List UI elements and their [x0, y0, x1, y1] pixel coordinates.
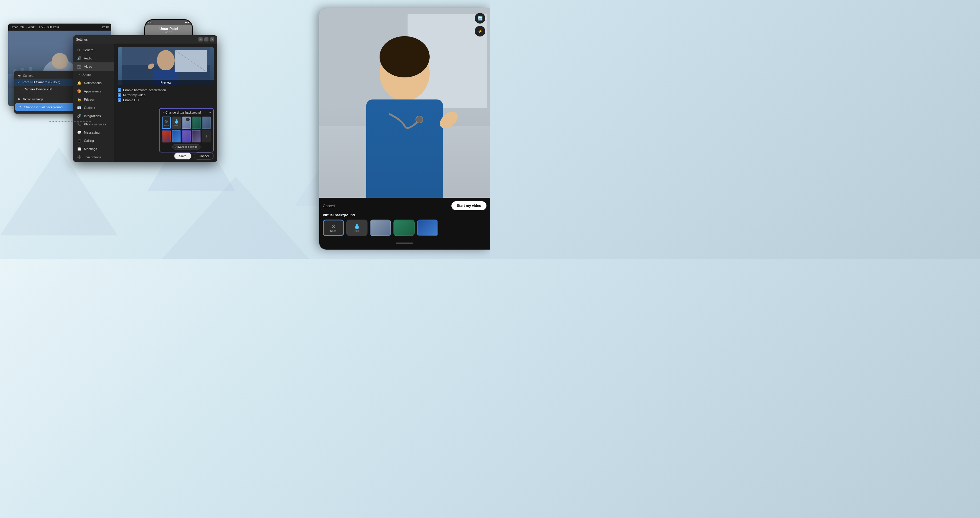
change-vbg-item[interactable]: ✦ Change virtual background	[15, 103, 78, 111]
vbg-bg-sports[interactable]	[162, 130, 171, 143]
video-options: ✓ Enable hardware acceleration ✓ Mirror …	[118, 88, 214, 102]
caller-info: Umar Patel 00:12	[145, 25, 192, 36]
start-video-button[interactable]: Start my video	[452, 201, 487, 210]
vbg-blur[interactable]: 💧 Blur	[172, 116, 181, 129]
none-sel-icon: ⊘	[331, 223, 336, 230]
vbg-panel: ✕ Change virtual background ▾ ⊘ None 💧 B…	[159, 108, 214, 153]
vbg-bg-beach[interactable]	[202, 116, 211, 129]
video-icon: 📷	[77, 64, 81, 68]
preview-label: Preview	[118, 80, 214, 85]
settings-titlebar: Settings ─ □ ✕	[73, 35, 217, 44]
vbg-icon: ✦	[19, 105, 22, 109]
hw-accel-checkbox[interactable]: ✓	[118, 88, 121, 92]
notifications-icon: 🔔	[77, 81, 81, 85]
maximize-button[interactable]: □	[204, 37, 208, 41]
advanced-settings-button[interactable]: Advanced settings	[172, 144, 200, 149]
settings-body: ⚙ General 🔊 Audio 📷 Video ↗ Share 🔔	[73, 44, 217, 162]
vbg-sel-bg-sky[interactable]	[417, 219, 438, 236]
check-icon: ✓	[18, 81, 20, 84]
settings-title: Settings	[76, 38, 88, 41]
outlook-icon: 📧	[77, 106, 81, 110]
camera-flip-button[interactable]: 🔄	[475, 13, 485, 24]
caller-name: Umar Patel	[145, 27, 192, 31]
desktop-app: Umar Patel · Work · +1 555 888 1234 12:4…	[8, 24, 208, 147]
join-options-icon: ➕	[77, 155, 81, 159]
minimize-button[interactable]: ─	[199, 37, 203, 41]
enable-hd-row: ✓ Enable HD	[118, 98, 214, 102]
menu-divider	[14, 94, 79, 94]
blur-sel-icon: 💧	[354, 223, 360, 230]
vbg-selector: ⊘ None 💧 Blur	[323, 219, 487, 237]
svg-marker-0	[162, 176, 309, 259]
delete-badge[interactable]: ✕	[186, 118, 189, 121]
vbg-add[interactable]: +	[202, 130, 211, 143]
vbg-bg-office[interactable]: ✕	[182, 116, 191, 129]
vbg-sel-bg-beach[interactable]	[393, 219, 415, 236]
vbg-bg-space[interactable]	[182, 130, 191, 143]
collapse-vbg-icon[interactable]: ▾	[209, 111, 211, 114]
nav-meetings[interactable]: 📅 Meetings	[73, 145, 114, 153]
vbg-none[interactable]: ⊘ None	[162, 116, 171, 129]
person-head	[52, 53, 68, 69]
effects-button[interactable]: ⚡	[475, 26, 485, 37]
video-settings-item[interactable]: ⚙ Video settings...	[14, 95, 79, 103]
cancel-button[interactable]: Cancel	[194, 153, 214, 159]
settings-sidebar: ⚙ General 🔊 Audio 📷 Video ↗ Share 🔔	[73, 44, 114, 162]
nav-privacy[interactable]: 🔒 Privacy	[73, 95, 114, 103]
fs-top-controls: 🔄 ⚡	[475, 13, 485, 37]
call-duration: 00:12	[145, 31, 192, 34]
vbg-sel-bg-office[interactable]	[370, 219, 391, 236]
messaging-icon: 💬	[77, 130, 81, 135]
dashed-connector	[49, 121, 91, 122]
nav-devices[interactable]: 🖥 Devices	[73, 161, 114, 162]
settings-content: Preview ✓ Enable hardware acceleration ✓…	[114, 44, 217, 162]
nav-video[interactable]: 📷 Video	[73, 62, 114, 71]
camera-option-2[interactable]: Camera Device 230	[14, 86, 79, 93]
window-title: Umar Patel · Work · +1 555 888 1234	[11, 25, 59, 29]
fs-bottom-section: Cancel Start my video Virtual background…	[319, 198, 490, 249]
home-indicator	[323, 240, 487, 246]
nav-integrations[interactable]: 🔗 Integrations	[73, 112, 114, 120]
nav-audio[interactable]: 🔊 Audio	[73, 54, 114, 62]
cancel-button[interactable]: Cancel	[323, 204, 334, 208]
audio-icon: 🔊	[77, 56, 81, 60]
vbg-bg-forest[interactable]	[192, 116, 201, 129]
hw-accel-row: ✓ Enable hardware acceleration	[118, 88, 214, 92]
home-bar	[396, 243, 414, 244]
vbg-sel-blur[interactable]: 💧 Blur	[346, 219, 368, 236]
nav-messaging[interactable]: 💬 Messaging	[73, 128, 114, 137]
nav-notifications[interactable]: 🔔 Notifications	[73, 79, 114, 87]
privacy-icon: 🔒	[77, 97, 81, 102]
nav-share[interactable]: ↗ Share	[73, 71, 114, 79]
fullscreen-panel: 🔄 ⚡ Cancel Start my video Virtual backgr…	[319, 8, 490, 249]
window-time: 12:40	[102, 25, 109, 29]
vbg-selector-header: Virtual background	[323, 213, 487, 217]
vbg-header-left: ✕ Change virtual background	[162, 111, 201, 114]
vbg-sel-none[interactable]: ⊘ None	[323, 219, 344, 236]
blur-icon: 💧	[174, 119, 179, 124]
preview-person: Preview	[118, 47, 214, 85]
nav-join-options[interactable]: ➕ Join options	[73, 153, 114, 161]
vbg-header: ✕ Change virtual background ▾	[162, 111, 211, 114]
close-button[interactable]: ✕	[210, 37, 215, 41]
window-controls: ─ □ ✕	[199, 37, 215, 41]
vbg-bg-sky[interactable]	[172, 130, 181, 143]
mirror-video-checkbox[interactable]: ✓	[118, 93, 121, 97]
camera-option-1[interactable]: ✓ Rare HD Camera (Built-in)	[14, 79, 79, 86]
enable-hd-checkbox[interactable]: ✓	[118, 98, 121, 102]
nav-appearance[interactable]: 🎨 Appearance	[73, 87, 114, 95]
nav-general[interactable]: ⚙ General	[73, 46, 114, 54]
vbg-title-label: Virtual background	[323, 213, 355, 217]
gear-icon: ⚙	[18, 97, 21, 101]
mirror-video-row: ✓ Mirror my video	[118, 93, 214, 97]
save-button[interactable]: Save	[174, 153, 191, 159]
close-vbg-icon[interactable]: ✕	[162, 111, 164, 114]
nav-calling[interactable]: 📱 Calling	[73, 137, 114, 145]
video-preview-box: Preview	[118, 47, 214, 85]
phone-status-bar: 9:41 ●●●	[145, 20, 192, 25]
appearance-icon: 🎨	[77, 89, 81, 93]
svg-point-7	[157, 50, 175, 71]
nav-outlook[interactable]: 📧 Outlook	[73, 103, 114, 112]
vbg-bg-galaxy[interactable]	[192, 130, 201, 143]
calling-icon: 📱	[77, 138, 81, 143]
